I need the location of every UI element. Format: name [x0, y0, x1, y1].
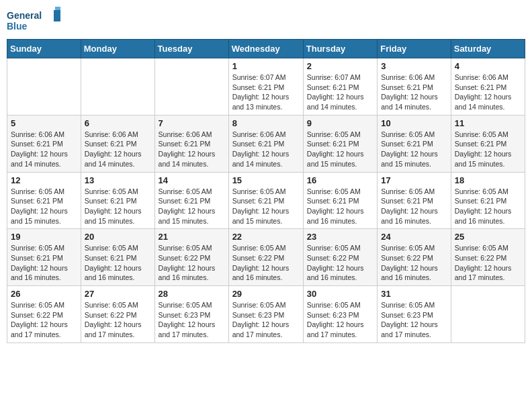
calendar-cell: 10Sunrise: 6:05 AMSunset: 6:21 PMDayligh… [378, 115, 451, 172]
day-info: Sunrise: 6:05 AMSunset: 6:22 PMDaylight:… [455, 243, 521, 283]
calendar-cell: 21Sunrise: 6:05 AMSunset: 6:22 PMDayligh… [154, 229, 228, 286]
calendar-cell: 29Sunrise: 6:05 AMSunset: 6:23 PMDayligh… [228, 286, 303, 343]
day-number: 16 [307, 175, 373, 185]
calendar-cell: 13Sunrise: 6:05 AMSunset: 6:21 PMDayligh… [81, 172, 154, 229]
day-number: 18 [455, 175, 521, 185]
day-info: Sunrise: 6:05 AMSunset: 6:21 PMDaylight:… [381, 130, 447, 169]
day-number: 24 [381, 232, 447, 242]
calendar-cell: 24Sunrise: 6:05 AMSunset: 6:22 PMDayligh… [378, 229, 451, 286]
day-number: 4 [455, 61, 521, 71]
day-number: 25 [455, 232, 521, 242]
day-info: Sunrise: 6:05 AMSunset: 6:23 PMDaylight:… [232, 300, 300, 340]
calendar-cell: 17Sunrise: 6:05 AMSunset: 6:21 PMDayligh… [378, 172, 451, 229]
day-number: 23 [307, 232, 373, 242]
day-number: 26 [11, 289, 77, 299]
day-info: Sunrise: 6:05 AMSunset: 6:22 PMDaylight:… [159, 243, 225, 283]
calendar-cell: 12Sunrise: 6:05 AMSunset: 6:21 PMDayligh… [7, 172, 81, 229]
day-number: 15 [232, 175, 300, 185]
calendar-cell: 23Sunrise: 6:05 AMSunset: 6:22 PMDayligh… [303, 229, 377, 286]
day-info: Sunrise: 6:07 AMSunset: 6:21 PMDaylight:… [232, 73, 300, 112]
calendar-cell: 28Sunrise: 6:05 AMSunset: 6:23 PMDayligh… [154, 286, 228, 343]
svg-marker-2 [54, 10, 60, 21]
day-number: 9 [307, 118, 373, 128]
day-number: 22 [232, 232, 300, 242]
day-info: Sunrise: 6:05 AMSunset: 6:23 PMDaylight:… [307, 300, 373, 340]
day-number: 10 [381, 118, 447, 128]
svg-marker-3 [55, 7, 60, 10]
calendar-cell: 20Sunrise: 6:05 AMSunset: 6:21 PMDayligh… [81, 229, 154, 286]
weekday-header-sunday: Sunday [7, 40, 81, 58]
week-row-2: 5Sunrise: 6:06 AMSunset: 6:21 PMDaylight… [7, 115, 525, 172]
calendar-cell: 11Sunrise: 6:05 AMSunset: 6:21 PMDayligh… [451, 115, 525, 172]
day-info: Sunrise: 6:06 AMSunset: 6:21 PMDaylight:… [85, 130, 151, 169]
calendar-cell: 1Sunrise: 6:07 AMSunset: 6:21 PMDaylight… [228, 58, 303, 116]
week-row-1: 1Sunrise: 6:07 AMSunset: 6:21 PMDaylight… [7, 58, 525, 116]
day-number: 31 [381, 289, 447, 299]
calendar-cell [451, 286, 525, 343]
weekday-header-monday: Monday [81, 40, 154, 58]
logo: General Blue [7, 7, 60, 34]
day-info: Sunrise: 6:05 AMSunset: 6:22 PMDaylight:… [307, 243, 373, 283]
day-number: 29 [232, 289, 300, 299]
day-info: Sunrise: 6:05 AMSunset: 6:21 PMDaylight:… [455, 130, 521, 169]
day-info: Sunrise: 6:06 AMSunset: 6:21 PMDaylight:… [455, 73, 521, 112]
weekday-header-tuesday: Tuesday [154, 40, 228, 58]
day-info: Sunrise: 6:05 AMSunset: 6:22 PMDaylight:… [232, 243, 300, 283]
calendar-cell: 8Sunrise: 6:06 AMSunset: 6:21 PMDaylight… [228, 115, 303, 172]
day-info: Sunrise: 6:05 AMSunset: 6:21 PMDaylight:… [11, 243, 77, 283]
calendar-cell: 22Sunrise: 6:05 AMSunset: 6:22 PMDayligh… [228, 229, 303, 286]
day-number: 3 [381, 61, 447, 71]
week-row-4: 19Sunrise: 6:05 AMSunset: 6:21 PMDayligh… [7, 229, 525, 286]
calendar-cell: 31Sunrise: 6:05 AMSunset: 6:23 PMDayligh… [378, 286, 451, 343]
day-number: 7 [159, 118, 225, 128]
calendar-cell [81, 58, 154, 116]
day-info: Sunrise: 6:05 AMSunset: 6:21 PMDaylight:… [307, 130, 373, 169]
calendar-cell: 9Sunrise: 6:05 AMSunset: 6:21 PMDaylight… [303, 115, 377, 172]
svg-text:General: General [7, 10, 42, 21]
day-number: 2 [307, 61, 373, 71]
day-number: 13 [85, 175, 151, 185]
day-number: 27 [85, 289, 151, 299]
day-number: 5 [11, 118, 77, 128]
day-number: 1 [232, 61, 300, 71]
day-info: Sunrise: 6:05 AMSunset: 6:22 PMDaylight:… [85, 300, 151, 340]
calendar-cell [154, 58, 228, 116]
weekday-header-wednesday: Wednesday [228, 40, 303, 58]
calendar-cell: 16Sunrise: 6:05 AMSunset: 6:21 PMDayligh… [303, 172, 377, 229]
day-info: Sunrise: 6:05 AMSunset: 6:21 PMDaylight:… [232, 187, 300, 226]
day-number: 28 [159, 289, 225, 299]
day-info: Sunrise: 6:06 AMSunset: 6:21 PMDaylight:… [232, 130, 300, 169]
day-number: 30 [307, 289, 373, 299]
calendar-cell: 5Sunrise: 6:06 AMSunset: 6:21 PMDaylight… [7, 115, 81, 172]
weekday-header-friday: Friday [378, 40, 451, 58]
day-number: 21 [159, 232, 225, 242]
calendar-cell: 4Sunrise: 6:06 AMSunset: 6:21 PMDaylight… [451, 58, 525, 116]
calendar-table: SundayMondayTuesdayWednesdayThursdayFrid… [7, 39, 525, 343]
day-info: Sunrise: 6:05 AMSunset: 6:21 PMDaylight:… [159, 187, 225, 226]
day-info: Sunrise: 6:07 AMSunset: 6:21 PMDaylight:… [307, 73, 373, 112]
logo-svg: General Blue [7, 7, 60, 34]
week-row-5: 26Sunrise: 6:05 AMSunset: 6:22 PMDayligh… [7, 286, 525, 343]
svg-text:Blue: Blue [7, 21, 28, 32]
day-info: Sunrise: 6:05 AMSunset: 6:21 PMDaylight:… [307, 187, 373, 226]
calendar-cell: 26Sunrise: 6:05 AMSunset: 6:22 PMDayligh… [7, 286, 81, 343]
day-number: 17 [381, 175, 447, 185]
day-number: 8 [232, 118, 300, 128]
calendar-cell: 25Sunrise: 6:05 AMSunset: 6:22 PMDayligh… [451, 229, 525, 286]
day-number: 12 [11, 175, 77, 185]
day-info: Sunrise: 6:06 AMSunset: 6:21 PMDaylight:… [11, 130, 77, 169]
calendar-cell: 15Sunrise: 6:05 AMSunset: 6:21 PMDayligh… [228, 172, 303, 229]
day-info: Sunrise: 6:05 AMSunset: 6:21 PMDaylight:… [85, 243, 151, 283]
calendar-cell: 7Sunrise: 6:06 AMSunset: 6:21 PMDaylight… [154, 115, 228, 172]
day-number: 19 [11, 232, 77, 242]
calendar-cell: 19Sunrise: 6:05 AMSunset: 6:21 PMDayligh… [7, 229, 81, 286]
calendar-cell: 2Sunrise: 6:07 AMSunset: 6:21 PMDaylight… [303, 58, 377, 116]
day-number: 14 [159, 175, 225, 185]
day-info: Sunrise: 6:05 AMSunset: 6:23 PMDaylight:… [381, 300, 447, 340]
day-info: Sunrise: 6:05 AMSunset: 6:21 PMDaylight:… [11, 187, 77, 226]
weekday-header-thursday: Thursday [303, 40, 377, 58]
week-row-3: 12Sunrise: 6:05 AMSunset: 6:21 PMDayligh… [7, 172, 525, 229]
day-info: Sunrise: 6:05 AMSunset: 6:22 PMDaylight:… [11, 300, 77, 340]
day-info: Sunrise: 6:05 AMSunset: 6:21 PMDaylight:… [381, 187, 447, 226]
day-info: Sunrise: 6:05 AMSunset: 6:21 PMDaylight:… [85, 187, 151, 226]
